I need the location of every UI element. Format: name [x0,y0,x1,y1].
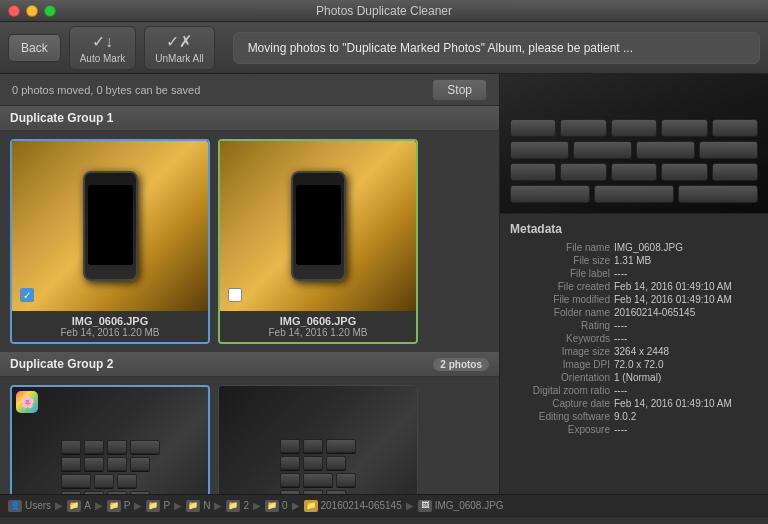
metadata-rows: File nameIMG_0608.JPGFile size1.31 MBFil… [510,242,758,435]
stop-button[interactable]: Stop [432,79,487,101]
bottom-bar: Recommended App: Duplicate Photos Fixer … [0,516,768,524]
kb-key [117,474,137,488]
phone-device [291,171,346,281]
meta-row: File createdFeb 14, 2016 01:49:10 AM [510,281,758,292]
folder-icon: 📁 [67,500,81,512]
bc-separator: ▶ [214,500,222,511]
metadata-title: Metadata [510,222,758,236]
photo-checkbox[interactable] [228,288,242,302]
kb-key [107,491,127,495]
bc-separator: ▶ [134,500,142,511]
kb-key [130,440,160,454]
preview-kb-rows [510,119,758,203]
photo-card[interactable] [218,385,418,494]
kb-key [130,457,150,471]
photo-name: IMG_0606.JPG [20,315,200,327]
preview-kb-key [560,163,606,181]
kb-key [61,457,81,471]
keyboard-image [12,387,208,494]
preview-image [500,74,768,214]
meta-row: File modifiedFeb 14, 2016 01:49:10 AM [510,294,758,305]
meta-val: 1.31 MB [614,255,758,266]
bc-p2-label: P [163,500,170,511]
meta-val: ---- [614,333,758,344]
phone-device [83,171,138,281]
preview-kb-key [510,141,569,159]
photo-checkbox[interactable]: ✓ [20,288,34,302]
preview-kb-key [611,163,657,181]
meta-key: Exposure [510,424,610,435]
meta-val: ---- [614,320,758,331]
bc-0-label: 0 [282,500,288,511]
right-panel: Metadata File nameIMG_0608.JPGFile size1… [500,74,768,494]
meta-val: ---- [614,424,758,435]
kb-key [280,490,300,495]
main-layout: 0 photos moved, 0 bytes can be saved Sto… [0,74,768,494]
photo-meta: Feb 14, 2016 1.20 MB [20,327,200,338]
photo-name: IMG_0606.JPG [228,315,408,327]
preview-kb-key [560,119,606,137]
meta-row: File label---- [510,268,758,279]
kb-key [326,490,346,495]
phone-screen [296,185,341,265]
meta-row: Folder name20160214-065145 [510,307,758,318]
kb-key [84,457,104,471]
meta-val: Feb 14, 2016 01:49:10 AM [614,398,758,409]
photo-thumb: 🌸 [12,387,208,494]
meta-row: Editing software9.0.2 [510,411,758,422]
preview-kb-key [661,119,707,137]
group-1-title: Duplicate Group 1 [10,111,113,125]
kb-key [61,440,81,454]
meta-key: File created [510,281,610,292]
preview-kb-key [594,185,674,203]
meta-val: ---- [614,268,758,279]
photo-info: IMG_0606.JPG Feb 14, 2016 1.20 MB [12,311,208,342]
meta-row: Capture dateFeb 14, 2016 01:49:10 AM [510,398,758,409]
unmark-icon: ✓✗ [166,32,192,51]
bc-datedir-label: 20160214-065145 [321,500,402,511]
maximize-button[interactable] [44,5,56,17]
folder-icon: 📁 [226,500,240,512]
folder-icon: 📁 [265,500,279,512]
titlebar: Photos Duplicate Cleaner [0,0,768,22]
check-empty-icon [228,288,242,302]
photo-thumb: 🌸 [220,141,416,311]
users-icon: 👤 [8,500,22,512]
window-controls [8,5,56,17]
bc-separator: ▶ [253,500,261,511]
preview-keyboard [500,74,768,213]
auto-mark-button[interactable]: ✓↓ Auto Mark [69,26,137,70]
phone-image [220,141,416,311]
photo-card[interactable]: 🌸 [10,385,210,494]
back-button[interactable]: Back [8,34,61,62]
phone-image [12,141,208,311]
group-1-photos: 🌸 IMG_0606.JPG Feb 14, 2016 1.20 MB ✓ [0,131,499,352]
metadata-panel: Metadata File nameIMG_0608.JPGFile size1… [500,214,768,494]
meta-key: Digital zoom ratio [510,385,610,396]
minimize-button[interactable] [26,5,38,17]
unmark-all-button[interactable]: ✓✗ UnMark All [144,26,214,70]
photo-card[interactable]: 🌸 IMG_0606.JPG Feb 14, 2016 1.20 MB [218,139,418,344]
bc-a-label: A [84,500,91,511]
bc-p2: 📁 P [146,500,170,512]
bc-p: 📁 P [107,500,131,512]
kb-key [303,473,333,487]
photo-thumb: 🌸 [12,141,208,311]
bc-n-label: N [203,500,210,511]
photos-icon: 🌸 [16,391,38,413]
kb-key [107,440,127,454]
kb-key [61,491,81,495]
file-icon: 🖼 [418,500,432,512]
bc-n: 📁 N [186,500,210,512]
photo-card[interactable]: 🌸 IMG_0606.JPG Feb 14, 2016 1.20 MB ✓ [10,139,210,344]
meta-row: Keywords---- [510,333,758,344]
meta-key: Folder name [510,307,610,318]
meta-row: File nameIMG_0608.JPG [510,242,758,253]
bc-separator: ▶ [55,500,63,511]
meta-row: Image size3264 x 2448 [510,346,758,357]
kb-key [130,491,150,495]
close-button[interactable] [8,5,20,17]
meta-row: Rating---- [510,320,758,331]
kb-key [61,474,91,488]
scroll-area[interactable]: Duplicate Group 1 🌸 IMG_0606.JPG [0,106,499,494]
